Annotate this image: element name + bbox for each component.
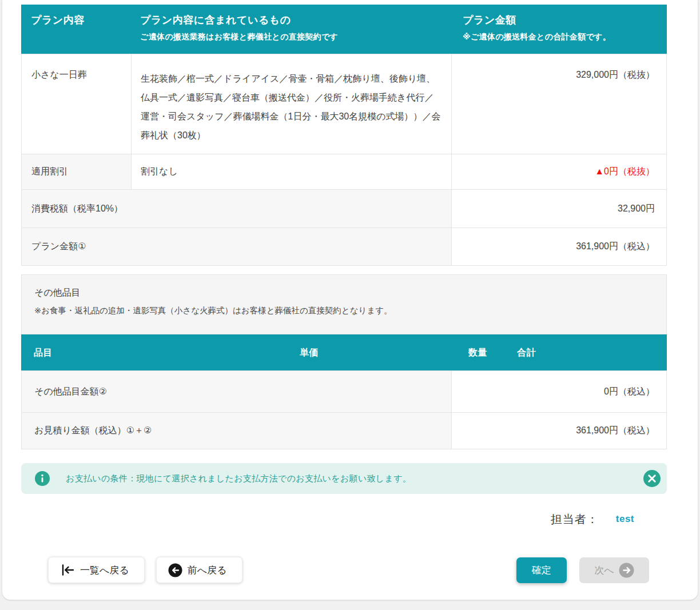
- confirm-button[interactable]: 確定: [516, 557, 567, 583]
- next-button[interactable]: 次へ: [579, 557, 649, 583]
- table-row-estimate-total: お見積り金額（税込）①＋② 361,900円（税込）: [22, 412, 666, 449]
- payment-notice-banner: お支払いの条件：現地にて選択されましたお支払方法でのお支払いをお願い致します。: [21, 463, 667, 494]
- includes-col-subtitle: ご遺体の搬送業務はお客様と葬儀社との直接契約です: [140, 32, 451, 42]
- plan-total-price: 361,900円（税込）: [451, 228, 666, 265]
- staff-name[interactable]: test: [616, 513, 634, 525]
- plan-table: プラン内容 プラン内容に含まれているもの ご遺体の搬送業務はお客様と葬儀社との直…: [21, 5, 667, 266]
- back-prev-button[interactable]: 前へ戻る: [156, 557, 242, 583]
- header-includes-col: プラン内容に含まれているもの ご遺体の搬送業務はお客様と葬儀社との直接契約です: [131, 5, 451, 54]
- estimate-card: プラン内容 プラン内容に含まれているもの ご遺体の搬送業務はお客様と葬儀社との直…: [2, 0, 698, 600]
- includes-col-title: プラン内容に含まれているもの: [140, 14, 451, 27]
- back-prev-label: 前へ戻る: [188, 564, 227, 577]
- back-to-list-label: 一覧へ戻る: [80, 564, 129, 577]
- other-total-price: 0円（税込）: [451, 371, 666, 412]
- info-icon: [35, 471, 50, 486]
- plan-includes: 生花装飾／棺一式／ドライアイス／骨壷・骨箱／枕飾り壇、後飾り壇、仏具一式／遺影写…: [131, 54, 451, 154]
- back-to-list-button[interactable]: 一覧へ戻る: [48, 557, 145, 583]
- discount-value: 割引なし: [131, 154, 451, 189]
- header-plan-col: プラン内容: [21, 5, 131, 54]
- plan-name: 小さな一日葬: [22, 54, 131, 154]
- other-items-table: 品目 単価 数量 合計 その他品目金額② 0円（税込） お見積り金額（税込）①＋…: [21, 334, 667, 449]
- discount-price: ▲0円（税抜）: [451, 154, 666, 189]
- arrow-bar-left-icon: [60, 563, 75, 577]
- plan-table-body: 小さな一日葬 生花装飾／棺一式／ドライアイス／骨壷・骨箱／枕飾り壇、後飾り壇、仏…: [21, 54, 667, 266]
- plan-total-label: プラン金額①: [22, 228, 451, 265]
- col-unit-price: 単価: [300, 346, 319, 358]
- close-icon[interactable]: [643, 469, 661, 488]
- plan-table-header: プラン内容 プラン内容に含まれているもの ご遺体の搬送業務はお客様と葬儀社との直…: [21, 5, 667, 54]
- table-row-plan: 小さな一日葬 生花装飾／棺一式／ドライアイス／骨壷・骨箱／枕飾り壇、後飾り壇、仏…: [22, 54, 666, 154]
- staff-row: 担当者： test: [21, 509, 667, 529]
- staff-label: 担当者：: [551, 512, 599, 527]
- other-items-table-body: その他品目金額② 0円（税込） お見積り金額（税込）①＋② 361,900円（税…: [21, 370, 667, 449]
- other-items-title: その他品目: [34, 287, 654, 299]
- table-row-discount: 適用割引 割引なし ▲0円（税抜）: [22, 154, 666, 189]
- confirm-label: 確定: [532, 564, 551, 577]
- table-row-other-total: その他品目金額② 0円（税込）: [22, 371, 666, 412]
- other-total-label: その他品目金額②: [22, 371, 451, 412]
- plan-price: 329,000円（税抜）: [451, 54, 666, 154]
- payment-notice-text: お支払いの条件：現地にて選択されましたお支払方法でのお支払いをお願い致します。: [66, 473, 411, 484]
- header-price-col: プラン金額 ※ご遺体の搬送料金との合計金額です。: [451, 5, 667, 54]
- price-col-title: プラン金額: [463, 14, 667, 27]
- col-item: 品目: [34, 346, 53, 358]
- tax-label: 消費税額（税率10%）: [22, 190, 451, 228]
- discount-label: 適用割引: [22, 154, 131, 189]
- table-row-tax: 消費税額（税率10%） 32,900円: [22, 189, 666, 228]
- estimate-total-price: 361,900円（税込）: [451, 413, 666, 449]
- other-items-note: ※お食事・返礼品の追加・遺影写真（小さな火葬式）はお客様と葬儀社の直接契約となり…: [34, 305, 654, 316]
- footer-buttons: 一覧へ戻る 前へ戻る 確定 次へ: [21, 556, 667, 584]
- col-total: 合計: [517, 346, 536, 358]
- next-label: 次へ: [594, 564, 614, 577]
- other-items-table-header: 品目 単価 数量 合計: [21, 334, 667, 370]
- estimate-total-label: お見積り金額（税込）①＋②: [22, 413, 451, 449]
- table-row-plan-total: プラン金額① 361,900円（税込）: [22, 228, 666, 265]
- arrow-left-circle-icon: [168, 563, 182, 577]
- tax-price: 32,900円: [451, 190, 666, 228]
- col-quantity: 数量: [468, 346, 487, 358]
- plan-col-title: プラン内容: [31, 14, 131, 27]
- arrow-right-circle-icon: [619, 563, 634, 578]
- other-items-note-box: その他品目 ※お食事・返礼品の追加・遺影写真（小さな火葬式）はお客様と葬儀社の直…: [21, 274, 667, 334]
- price-col-subtitle: ※ご遺体の搬送料金との合計金額です。: [463, 32, 667, 42]
